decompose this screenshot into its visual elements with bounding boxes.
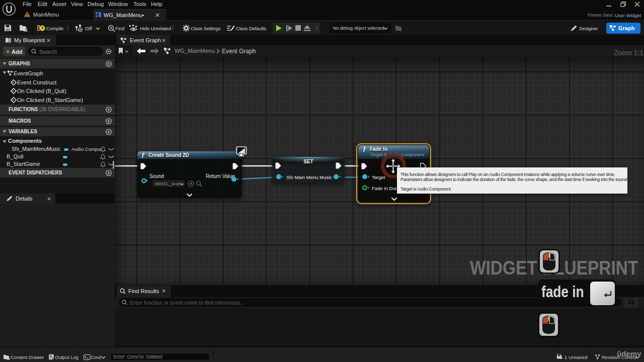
svg-text:?: ? [41, 25, 44, 31]
